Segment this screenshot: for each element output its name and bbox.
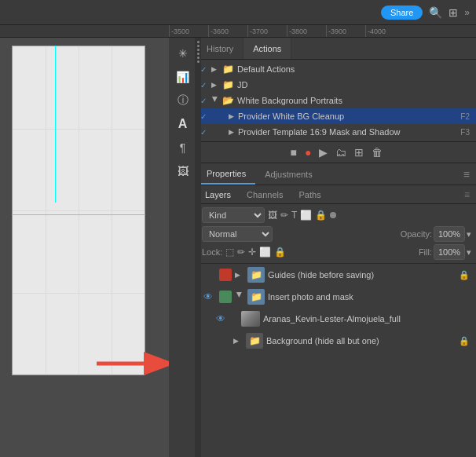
canvas-area [0,38,169,457]
filter-shape-icon[interactable]: ⬜ [300,210,312,221]
layer-list: ▶ 📁 Guides (hide before saving) 🔒 👁 ▶ 📁 … [197,264,476,457]
ruler-mark: -3600 [208,25,247,38]
layer-expand-guides[interactable]: ▶ [235,271,244,279]
layer-item-insert[interactable]: 👁 ▶ 📁 Insert photo and mask [197,286,476,308]
action-label: Default Actions [237,64,473,74]
layer-item-aranas[interactable]: 👁 Aranas_Kevin-Lester-Almojuela_full [197,308,476,330]
layer-visibility-insert[interactable]: 👁 [200,291,216,302]
layer-name-insert: Insert photo and mask [268,292,473,302]
action-row-provider-template[interactable]: ✓ ▶ Provider Template 16:9 Mask and Shad… [197,124,476,140]
panels-icon[interactable]: ⊞ [449,6,458,19]
paragraph-tool[interactable]: ¶ [174,138,192,157]
expand-arrow: ▶ [211,65,219,73]
star-tool[interactable]: ✳ [174,44,192,63]
tab-properties[interactable]: Properties [197,163,255,185]
expand-arrow: ▶ [211,81,219,89]
tab-channels[interactable]: Channels [239,185,291,203]
eye-icon-aranas[interactable]: 👁 [216,313,225,324]
check-icon: ✓ [200,128,210,137]
panel-separator[interactable] [195,38,201,457]
fill-arrow[interactable]: ▾ [467,247,471,258]
text-tool[interactable]: A [174,115,192,133]
tab-history[interactable]: History [197,38,243,59]
layers-tabs: Layers Channels Paths ≡ [197,185,476,204]
layer-expand-insert[interactable]: ▶ [236,292,243,302]
filter-adjustment-icon[interactable]: ✏ [280,210,288,221]
layer-visibility-aranas[interactable]: 👁 [213,313,229,324]
action-label: Provider Template 16:9 Mask and Shadow [238,127,459,137]
fill-value[interactable]: 100% [434,244,465,260]
expand-arrow-open: ▶ [211,97,219,104]
expand-arrow: ▶ [229,112,236,120]
ruler-mark: -3800 [287,25,326,38]
search-icon[interactable]: 🔍 [429,6,442,19]
stop-icon[interactable]: ■ [291,146,297,159]
delete-action-icon[interactable]: 🗑 [372,146,383,159]
layer-item-guides[interactable]: ▶ 📁 Guides (hide before saving) 🔒 [197,264,476,286]
image-tool[interactable]: 🖼 [174,162,192,181]
tab-layers[interactable]: Layers [197,185,239,203]
history-actions-tabs: History Actions [197,38,476,60]
histogram-tool[interactable]: 📊 [174,68,192,86]
eye-icon-insert[interactable]: 👁 [203,291,213,302]
check-icon: ✓ [200,65,210,74]
action-row-jd[interactable]: ✓ ▶ 📁 JD [197,77,476,93]
filter-pixel-icon[interactable]: 🖼 [268,210,277,221]
guide-line-horizontal [12,214,145,215]
properties-menu-icon[interactable]: ≡ [463,168,476,181]
layer-expand-bg[interactable]: ▶ [233,337,243,345]
top-bar: Share 🔍 ⊞ » [0,0,476,25]
expand-arrow: ▶ [229,128,236,136]
ruler: -3500 -3600 -3700 -3800 -3900 -4000 [0,25,476,38]
expand-right-icon[interactable]: » [464,7,470,18]
opacity-group: Opacity: 100% ▾ [401,226,471,242]
main-area: ✳ 📊 ⓘ A ¶ 🖼 History Actions ✓ ▶ 📁 Defaul… [0,38,476,457]
folder-icon[interactable]: 🗂 [335,146,346,159]
layer-item-bg[interactable]: ▶ 📁 Background (hide all but one) 🔒 [197,330,476,352]
ruler-mark: -4000 [365,25,405,38]
lock-label: Lock: [202,247,222,257]
lock-all-icon[interactable]: 🔒 [274,247,286,258]
lock-move-icon[interactable]: ✛ [248,247,256,258]
filter-smart-icon[interactable]: 🔒 [315,210,327,221]
action-label: JD [237,80,473,90]
share-button[interactable]: Share [381,5,423,20]
action-toolbar: ■ ● ▶ 🗂 ⊞ 🗑 [197,141,476,163]
layer-name-guides: Guides (hide before saving) [268,270,457,280]
record-icon[interactable]: ● [305,146,311,159]
kind-select[interactable]: Kind [202,207,265,223]
layer-thumb-guides: 📁 [247,267,265,283]
check-icon: ✓ [200,112,210,121]
guide-line-vertical [55,46,56,203]
layers-menu-icon[interactable]: ≡ [464,189,476,200]
layer-name-bg: Background (hide all but one) [266,336,457,345]
add-action-icon[interactable]: ⊞ [354,146,364,159]
action-row-default[interactable]: ✓ ▶ 📁 Default Actions [197,61,476,77]
check-icon: ✓ [200,97,210,105]
shortcut-label: F3 [460,128,473,137]
lock-draw-icon[interactable]: ✏ [237,247,245,258]
lock-artboard-icon[interactable]: ⬜ [259,247,271,258]
actions-list: ✓ ▶ 📁 Default Actions ✓ ▶ 📁 JD ✓ ▶ 📂 Whi… [197,60,476,141]
action-row-wbp[interactable]: ✓ ▶ 📂 White Background Portraits [197,93,476,108]
tab-adjustments[interactable]: Adjustments [255,163,322,185]
ruler-mark: -3500 [169,25,208,38]
action-row-provider-cleanup[interactable]: ✓ ▶ Provider White BG Cleanup F2 [197,108,476,124]
fill-label: Fill: [419,247,432,257]
tab-actions[interactable]: Actions [243,38,291,59]
filter-dot [330,212,336,218]
filter-type-icon[interactable]: T [291,210,297,221]
lock-pixel-icon[interactable]: ⬚ [225,247,234,258]
left-toolbar: ✳ 📊 ⓘ A ¶ 🖼 [169,38,197,457]
opacity-arrow[interactable]: ▾ [467,229,471,239]
opacity-value[interactable]: 100% [434,226,465,242]
layer-name-aranas: Aranas_Kevin-Lester-Almojuela_full [263,314,473,324]
play-icon[interactable]: ▶ [319,146,328,159]
info-tool[interactable]: ⓘ [174,91,192,110]
layer-thumb-bg: 📁 [246,333,263,349]
right-panel: History Actions ✓ ▶ 📁 Default Actions ✓ … [197,38,476,457]
action-label: Provider White BG Cleanup [238,112,459,121]
tab-paths[interactable]: Paths [291,185,329,203]
blend-row: Normal Opacity: 100% ▾ [202,226,471,242]
blend-mode-select[interactable]: Normal [202,226,273,242]
